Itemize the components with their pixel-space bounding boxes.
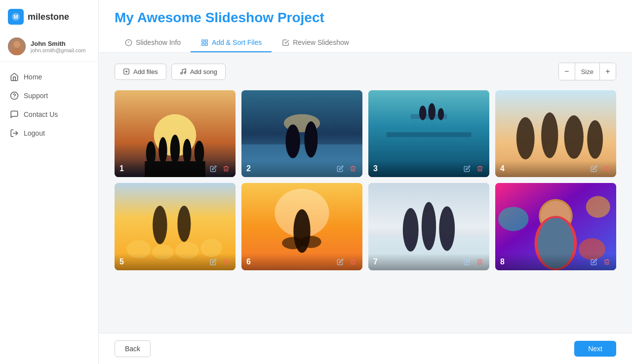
sidebar-nav: Home Support Contact Us bbox=[0, 66, 98, 145]
logo-text: milestone bbox=[28, 12, 69, 22]
size-decrease-button[interactable]: − bbox=[559, 63, 575, 80]
card-bottom-bar-8: 8 bbox=[495, 254, 616, 270]
tab-add-sort[interactable]: Add & Sort Files bbox=[191, 34, 272, 52]
add-files-label: Add files bbox=[133, 68, 158, 75]
svg-point-59 bbox=[422, 202, 436, 251]
sidebar-item-support-label: Support bbox=[24, 92, 48, 100]
next-button[interactable]: Next bbox=[574, 341, 616, 357]
image-card-6[interactable]: 6 bbox=[241, 183, 362, 270]
card-bottom-bar-1: 1 bbox=[115, 160, 236, 177]
image-card-5[interactable]: 5 bbox=[115, 183, 236, 270]
card-number-7: 7 bbox=[373, 257, 378, 266]
svg-point-41 bbox=[541, 112, 558, 158]
sidebar-logo: M milestone bbox=[0, 0, 98, 32]
delete-button-3[interactable] bbox=[475, 164, 484, 173]
edit-button-8[interactable] bbox=[590, 257, 598, 266]
music-icon bbox=[180, 68, 187, 75]
delete-button-5[interactable] bbox=[222, 257, 231, 266]
tab-review-label: Review Slideshow bbox=[293, 38, 349, 46]
tab-bar: Slideshow Info Add & Sort Files bbox=[115, 34, 616, 52]
sidebar-item-home-label: Home bbox=[24, 73, 42, 81]
svg-point-55 bbox=[301, 236, 321, 249]
tab-slideshow-info-label: Slideshow Info bbox=[136, 38, 181, 46]
delete-button-2[interactable] bbox=[349, 164, 357, 173]
chat-icon bbox=[10, 110, 19, 119]
tab-review[interactable]: Review Slideshow bbox=[272, 34, 359, 52]
sidebar-item-home[interactable]: Home bbox=[4, 68, 94, 86]
sidebar-item-support[interactable]: Support bbox=[4, 86, 94, 105]
image-card-1[interactable]: 1 bbox=[115, 90, 236, 177]
add-song-button[interactable]: Add song bbox=[171, 64, 226, 80]
svg-point-38 bbox=[438, 108, 444, 120]
edit-button-2[interactable] bbox=[336, 164, 345, 173]
card-bottom-bar-4: 4 bbox=[495, 160, 616, 177]
svg-point-23 bbox=[158, 137, 167, 164]
svg-point-49 bbox=[153, 206, 167, 244]
svg-text:M: M bbox=[13, 14, 18, 20]
image-card-7[interactable]: 7 bbox=[368, 183, 489, 270]
card-number-4: 4 bbox=[500, 164, 505, 173]
svg-point-36 bbox=[419, 106, 427, 120]
card-bottom-bar-6: 6 bbox=[241, 254, 362, 270]
sidebar-item-logout[interactable]: Logout bbox=[4, 124, 94, 143]
svg-point-31 bbox=[285, 124, 300, 158]
delete-button-8[interactable] bbox=[602, 257, 611, 266]
svg-point-50 bbox=[177, 206, 191, 242]
main-content: My Awesome Slideshow Project Slideshow I… bbox=[99, 0, 632, 364]
home-icon bbox=[10, 73, 19, 81]
svg-point-54 bbox=[282, 237, 304, 250]
svg-point-3 bbox=[13, 41, 20, 48]
delete-button-7[interactable] bbox=[475, 257, 484, 266]
size-control: − Size + bbox=[558, 63, 616, 80]
add-song-label: Add song bbox=[190, 68, 217, 75]
tab-slideshow-info[interactable]: Slideshow Info bbox=[115, 34, 191, 52]
card-bottom-bar-5: 5 bbox=[115, 254, 236, 270]
add-files-button[interactable]: Add files bbox=[115, 64, 166, 80]
edit-button-7[interactable] bbox=[463, 257, 472, 266]
user-info: John Smith john.smith@gmail.com bbox=[31, 40, 85, 53]
card-bottom-bar-2: 2 bbox=[241, 160, 362, 177]
card-bottom-bar-3: 3 bbox=[368, 160, 489, 177]
svg-point-18 bbox=[181, 73, 183, 74]
logo-icon: M bbox=[8, 9, 24, 25]
edit-button-6[interactable] bbox=[336, 257, 345, 266]
size-increase-button[interactable]: + bbox=[600, 63, 616, 80]
svg-point-63 bbox=[586, 196, 610, 218]
toolbar: Add files Add song − Size + bbox=[115, 63, 616, 80]
edit-button-1[interactable] bbox=[209, 164, 218, 173]
user-email: john.smith@gmail.com bbox=[31, 47, 85, 53]
svg-rect-11 bbox=[201, 39, 203, 41]
sort-icon bbox=[200, 38, 208, 46]
svg-point-32 bbox=[304, 121, 317, 158]
card-number-2: 2 bbox=[246, 164, 251, 173]
add-files-icon bbox=[123, 68, 130, 75]
svg-point-60 bbox=[439, 207, 455, 252]
user-profile: John Smith john.smith@gmail.com bbox=[0, 32, 98, 62]
svg-point-37 bbox=[428, 103, 435, 120]
svg-point-42 bbox=[564, 115, 584, 159]
footer-bar: Back Next bbox=[99, 333, 632, 364]
image-card-3[interactable]: 3 bbox=[368, 90, 489, 177]
delete-button-4[interactable] bbox=[602, 164, 611, 173]
page-title: My Awesome Slideshow Project bbox=[115, 10, 616, 26]
image-grid: 1 bbox=[115, 90, 616, 270]
sidebar-item-contact[interactable]: Contact Us bbox=[4, 105, 94, 124]
card-number-5: 5 bbox=[119, 257, 124, 266]
image-card-8[interactable]: 8 bbox=[495, 183, 616, 270]
delete-button-1[interactable] bbox=[222, 164, 231, 173]
sidebar-item-logout-label: Logout bbox=[24, 129, 45, 137]
delete-button-6[interactable] bbox=[349, 257, 357, 266]
image-card-2[interactable]: 2 bbox=[241, 90, 362, 177]
card-number-3: 3 bbox=[373, 164, 378, 173]
back-button[interactable]: Back bbox=[115, 340, 151, 357]
edit-button-5[interactable] bbox=[209, 257, 218, 266]
edit-button-3[interactable] bbox=[463, 164, 472, 173]
image-card-4[interactable]: 4 bbox=[495, 90, 616, 177]
sidebar: M milestone John Smith john.smith@gmail.… bbox=[0, 0, 99, 364]
card-bottom-bar-7: 7 bbox=[368, 254, 489, 270]
card-number-8: 8 bbox=[500, 257, 505, 266]
svg-rect-34 bbox=[387, 132, 472, 137]
edit-button-4[interactable] bbox=[590, 164, 598, 173]
tab-add-sort-label: Add & Sort Files bbox=[212, 38, 262, 46]
svg-point-43 bbox=[587, 120, 603, 159]
